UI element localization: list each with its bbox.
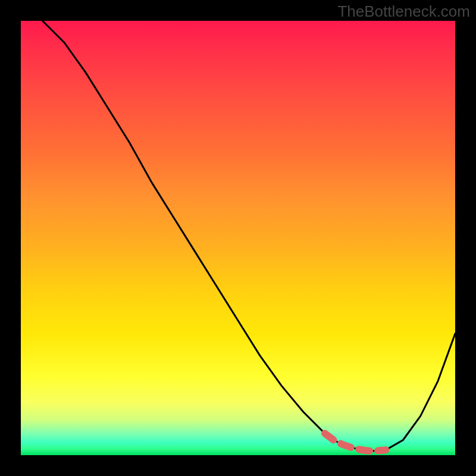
chart-svg bbox=[21, 21, 455, 455]
curve-line bbox=[43, 21, 456, 451]
chart-container: TheBottleneck.com bbox=[0, 0, 476, 476]
watermark-text: TheBottleneck.com bbox=[337, 2, 470, 21]
